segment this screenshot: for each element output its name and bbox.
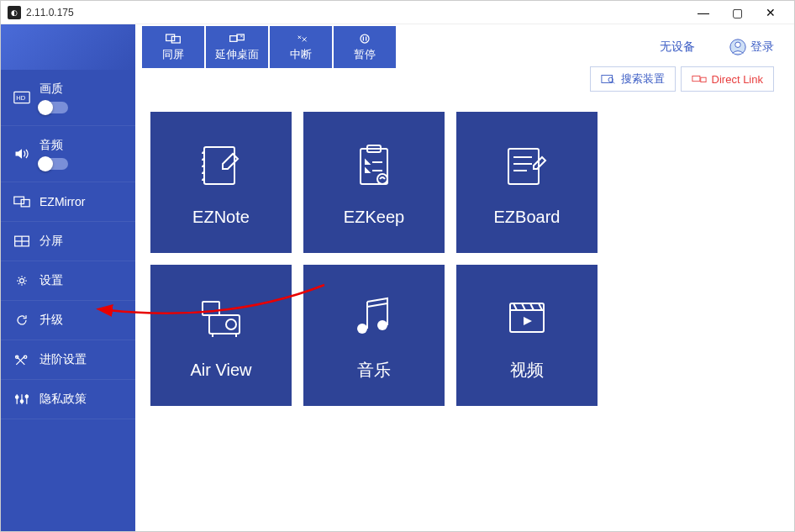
tile-label: 音乐	[357, 359, 391, 382]
svg-rect-28	[692, 76, 699, 81]
top-toolbar: 同屏 延伸桌面 中断 暂停 无设备	[135, 24, 794, 92]
svg-point-34	[377, 174, 387, 184]
svg-line-46	[367, 303, 387, 307]
sidebar-item-split[interactable]: 分屏	[1, 222, 135, 261]
sidebar-item-upgrade[interactable]: 升级	[1, 301, 135, 340]
svg-rect-29	[700, 77, 705, 82]
maximize-button[interactable]: ▢	[720, 1, 754, 24]
svg-point-20	[361, 34, 369, 43]
svg-point-41	[226, 319, 236, 329]
tile-airview[interactable]: Air View	[150, 265, 292, 406]
svg-point-9	[24, 356, 27, 358]
tile-label: EZKeep	[344, 208, 404, 227]
sidebar-logo	[1, 24, 135, 70]
svg-point-7	[20, 279, 24, 283]
svg-point-14	[20, 400, 23, 403]
device-status: 无设备	[660, 40, 695, 55]
app-icon: ◐	[8, 6, 21, 19]
sidebar-label: 升级	[39, 313, 63, 328]
video-icon	[500, 290, 554, 344]
sidebar-label: 隐私政策	[39, 392, 87, 407]
svg-point-45	[377, 320, 387, 330]
sidebar-label: 画质	[39, 82, 68, 97]
tools-icon	[13, 352, 31, 367]
sliders-icon	[13, 392, 31, 407]
pause-button[interactable]: 暂停	[334, 26, 396, 68]
svg-rect-32	[361, 149, 387, 184]
refresh-icon	[13, 313, 31, 328]
toolbar-label: 同屏	[162, 47, 184, 62]
tile-label: EZBoard	[494, 208, 561, 227]
svg-text:HD: HD	[16, 94, 25, 102]
svg-rect-18	[230, 36, 237, 42]
titlebar: ◐ 2.11.0.175 — ▢ ✕	[1, 1, 794, 24]
board-icon	[500, 139, 554, 192]
tile-grid: EZNote EZKeep EZBoard Air	[135, 92, 757, 426]
svg-point-13	[16, 396, 18, 398]
hd-icon: HD	[13, 90, 31, 105]
sidebar-label: 音频	[39, 138, 68, 153]
tile-music[interactable]: 音乐	[303, 265, 445, 406]
sidebar-item-privacy[interactable]: 隐私政策	[1, 380, 135, 419]
tile-ezkeep[interactable]: EZKeep	[303, 112, 445, 253]
tile-label: EZNote	[192, 208, 250, 227]
tile-video[interactable]: 视频	[456, 265, 598, 406]
sidebar-label: 分屏	[39, 234, 63, 249]
clipboard-icon	[347, 139, 401, 192]
gear-icon	[13, 273, 31, 288]
sidebar-item-settings[interactable]: 设置	[1, 261, 135, 301]
music-icon	[347, 290, 401, 344]
tile-label: 视频	[510, 359, 544, 382]
mirror-button[interactable]: 同屏	[142, 26, 204, 68]
main-content: 同屏 延伸桌面 中断 暂停 无设备	[135, 24, 794, 531]
minimize-button[interactable]: —	[687, 1, 720, 24]
quality-toggle[interactable]	[39, 102, 68, 113]
svg-point-24	[735, 42, 740, 47]
search-device-button[interactable]: 搜索装置	[590, 66, 676, 92]
sidebar-item-ezmirror[interactable]: EZMirror	[1, 182, 135, 222]
sidebar-item-quality[interactable]: HD 画质	[1, 70, 135, 126]
sidebar-item-advanced[interactable]: 进阶设置	[1, 340, 135, 380]
svg-point-15	[25, 395, 28, 398]
extend-button[interactable]: 延伸桌面	[206, 26, 268, 68]
search-icon	[601, 73, 616, 85]
svg-rect-40	[209, 315, 240, 334]
close-button[interactable]: ✕	[754, 1, 787, 24]
svg-rect-39	[203, 302, 219, 315]
split-icon	[13, 234, 31, 249]
toolbar-label: 中断	[290, 47, 312, 62]
window-title: 2.11.0.175	[26, 7, 74, 18]
search-label: 搜索装置	[621, 71, 665, 87]
projector-icon	[194, 292, 248, 345]
sidebar-label: 进阶设置	[39, 352, 87, 367]
toolbar-label: 暂停	[354, 47, 376, 62]
toolbar-label: 延伸桌面	[215, 47, 259, 62]
login-button[interactable]: 登录	[729, 38, 774, 56]
svg-rect-2	[14, 197, 24, 203]
audio-toggle[interactable]	[39, 158, 68, 170]
sidebar-item-audio[interactable]: 音频	[1, 126, 135, 182]
svg-rect-17	[171, 37, 180, 44]
mirror-icon	[13, 194, 31, 209]
sidebar-label: EZMirror	[39, 195, 85, 208]
sidebar-label: 设置	[39, 273, 63, 288]
user-icon	[729, 38, 747, 56]
sidebar: HD 画质 音频 EZMirror	[1, 24, 135, 531]
direct-link-button[interactable]: Direct Link	[681, 66, 774, 92]
tile-label: Air View	[191, 361, 252, 380]
tile-eznote[interactable]: EZNote	[150, 112, 292, 253]
disconnect-button[interactable]: 中断	[270, 26, 332, 68]
direct-link-label: Direct Link	[712, 73, 763, 86]
svg-point-44	[357, 324, 367, 334]
svg-rect-3	[21, 200, 29, 207]
login-label: 登录	[750, 40, 774, 55]
tile-ezboard[interactable]: EZBoard	[456, 112, 598, 253]
direct-link-icon	[692, 73, 707, 85]
svg-rect-16	[166, 34, 175, 41]
speaker-icon	[13, 146, 31, 161]
note-icon	[194, 139, 248, 192]
